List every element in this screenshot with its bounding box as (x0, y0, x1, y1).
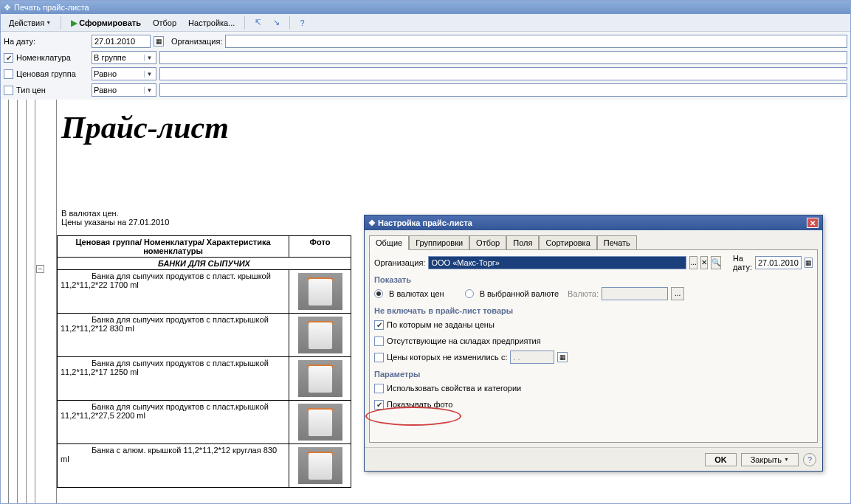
product-photo (298, 404, 342, 441)
tree-expand-icon[interactable]: ↸ (249, 15, 266, 30)
col-photo-header: Фото (289, 236, 351, 258)
date-label: На дату: (4, 37, 89, 46)
tree-collapse-icon[interactable]: ↘ (268, 15, 285, 30)
date-input[interactable]: 27.01.2010 (92, 35, 151, 48)
settings-button[interactable]: Настройка... (183, 16, 240, 30)
nomen-checkbox[interactable]: ✔ (4, 53, 13, 63)
org-label: Организация: (171, 37, 222, 46)
dlg-calendar-icon[interactable]: ▦ (805, 258, 813, 268)
tab-print[interactable]: Печать (597, 235, 637, 250)
col-desc-header: Ценовая группа/ Номенклатура/ Характерис… (58, 236, 289, 258)
chk-photo[interactable]: ✔ (374, 400, 384, 410)
org-clear-button[interactable]: ✕ (700, 256, 708, 269)
window-title: Печать прайс-листа (14, 3, 89, 12)
dialog-help-icon[interactable]: ? (803, 453, 816, 466)
dlg-org-label: Организация: (374, 258, 425, 267)
show-section-label: Показать (374, 274, 813, 286)
filter-button[interactable]: Отбор (148, 16, 182, 30)
outline-collapse-icon[interactable]: − (36, 265, 44, 273)
product-photo (298, 273, 342, 310)
price-group-label: Ценовая группа (16, 69, 89, 78)
radio-currency-prices[interactable] (374, 289, 383, 298)
currency-select-button[interactable]: ... (671, 287, 684, 300)
org-input[interactable] (225, 35, 847, 48)
nomen-value-input[interactable] (159, 51, 847, 64)
unchanged-calendar-icon[interactable]: ▦ (557, 352, 568, 362)
table-row: Банка для сыпучих продуктов с пласт. кры… (58, 270, 351, 314)
app-icon: ❖ (4, 3, 11, 13)
tab-fields[interactable]: Поля (506, 235, 539, 250)
chk-props[interactable] (374, 384, 384, 393)
close-button[interactable]: Закрыть ▼ (741, 453, 799, 466)
outline-gutter: − (1, 100, 57, 503)
table-row: Банка с алюм. крышкой 11,2*11,2*12 кругл… (58, 444, 351, 488)
calendar-icon[interactable]: ▦ (154, 36, 164, 46)
dlg-date-label: На дату: (733, 254, 752, 272)
tab-sort[interactable]: Сортировка (539, 235, 596, 250)
price-group-mode-combo[interactable]: Равно▼ (92, 67, 156, 80)
org-open-button[interactable]: 🔍 (711, 256, 721, 269)
dialog-icon: ❖ (368, 218, 376, 227)
price-table: Ценовая группа/ Номенклатура/ Характерис… (57, 235, 351, 488)
price-group-checkbox[interactable] (4, 69, 13, 79)
main-titlebar: ❖ Печать прайс-листа (1, 1, 850, 14)
table-row: Банка для сыпучих продуктов с пласт.крыш… (58, 401, 351, 444)
unchanged-date-input: . . (510, 351, 554, 364)
tab-general[interactable]: Общие (369, 235, 409, 250)
table-row: Банка для сыпучих продуктов с пласт.крыш… (58, 314, 351, 357)
settings-dialog: ❖ Настройка прайс-листа ✕ Общие Группиро… (364, 215, 823, 472)
params-section-label: Параметры (374, 368, 813, 380)
price-type-checkbox[interactable] (4, 86, 13, 95)
ok-button[interactable]: OK (705, 453, 737, 466)
dialog-tabs: Общие Группировки Отбор Поля Сортировка … (365, 230, 822, 249)
nomen-label: Номенклатура (16, 53, 89, 62)
currency-input (602, 287, 668, 300)
currency-label: Валюта: (568, 289, 599, 298)
org-select-button[interactable]: ... (689, 256, 697, 269)
help-icon[interactable]: ? (294, 16, 309, 30)
price-list-title: Прайс-лист (57, 100, 850, 150)
dlg-org-input[interactable]: ООО «Макс-Торг» (428, 256, 686, 269)
dlg-date-input[interactable]: 27.01.2010 (755, 256, 802, 269)
main-toolbar: Действия▼ ▶ Сформировать Отбор Настройка… (1, 14, 850, 32)
product-photo (298, 360, 342, 397)
chk-absent[interactable] (374, 336, 384, 346)
close-icon[interactable]: ✕ (807, 218, 819, 228)
product-photo (298, 317, 342, 353)
price-type-value-input[interactable] (159, 83, 847, 97)
generate-button[interactable]: ▶ Сформировать (66, 15, 146, 30)
price-type-mode-combo[interactable]: Равно▼ (92, 83, 156, 97)
tab-filter[interactable]: Отбор (469, 235, 506, 250)
price-group-value-input[interactable] (159, 67, 847, 80)
chk-unchanged[interactable] (374, 353, 384, 362)
group-row: БАНКИ ДЛЯ СЫПУЧИХ (58, 258, 351, 270)
table-row: Банка для сыпучих продуктов с пласт.крыш… (58, 357, 351, 401)
dialog-titlebar: ❖ Настройка прайс-листа ✕ (365, 215, 822, 230)
radio-selected-currency[interactable] (465, 289, 474, 298)
play-icon: ▶ (71, 18, 77, 28)
actions-menu[interactable]: Действия▼ (4, 16, 56, 30)
product-photo (298, 447, 342, 484)
tab-groupings[interactable]: Группировки (409, 235, 469, 250)
nomen-mode-combo[interactable]: В группе▼ (92, 51, 156, 64)
chk-no-price[interactable]: ✔ (374, 320, 384, 330)
exclude-section-label: Не включать в прайс-лист товары (374, 305, 813, 317)
price-type-label: Тип цен (16, 86, 89, 94)
